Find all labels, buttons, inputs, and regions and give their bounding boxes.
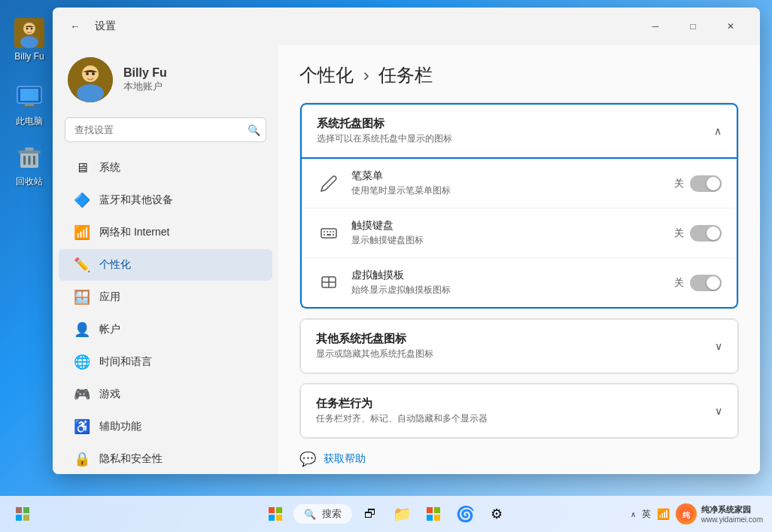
svg-rect-45 [434, 507, 440, 513]
sidebar-item-accounts[interactable]: 👤 帐户 [59, 314, 272, 345]
sidebar-item-system-label: 系统 [99, 161, 120, 175]
desktop-icon-recycle-bin[interactable]: 回收站 [11, 139, 47, 191]
network-icon: 📶 [74, 224, 90, 241]
user-profile[interactable]: Billy Fu 本地账户 [53, 45, 278, 117]
sidebar-nav: 🖥 系统 🔷 蓝牙和其他设备 📶 网络和 Internet ✏️ 个性化 🪟 [53, 151, 278, 474]
other-tray-subtitle: 显示或隐藏其他系统托盘图标 [316, 348, 433, 360]
sidebar-item-accessibility-label: 辅助功能 [99, 420, 141, 433]
svg-rect-43 [276, 515, 282, 521]
svg-point-2 [20, 36, 38, 48]
svg-point-18 [86, 72, 89, 75]
start-button[interactable] [9, 500, 36, 527]
svg-point-4 [26, 28, 29, 30]
sidebar-item-time-language[interactable]: 🌐 时间和语言 [59, 346, 272, 378]
gaming-icon: 🎮 [74, 386, 90, 403]
svg-rect-8 [25, 103, 34, 106]
touch-keyboard-label: 触摸键盘 [351, 219, 664, 233]
sidebar-item-accessibility[interactable]: ♿ 辅助功能 [59, 411, 272, 442]
svg-text:纯: 纯 [682, 511, 691, 519]
page-title: 个性化 › 任务栏 [299, 63, 739, 87]
sidebar-item-network[interactable]: 📶 网络和 Internet [59, 217, 272, 248]
sidebar-item-apps[interactable]: 🪟 应用 [59, 281, 272, 313]
pen-menu-toggle-thumb [707, 177, 720, 190]
svg-rect-39 [23, 515, 29, 521]
get-help-icon: 💬 [299, 451, 316, 467]
svg-rect-37 [23, 507, 29, 513]
desktop-icon-billy-fu[interactable]: Billy Fu [11, 15, 47, 65]
svg-rect-41 [276, 507, 282, 513]
svg-rect-11 [23, 156, 26, 165]
virtual-touchpad-icon [317, 271, 341, 295]
task-view-button[interactable]: 🗗 [357, 500, 384, 527]
virtual-touchpad-label: 虚拟触摸板 [351, 269, 664, 282]
maximize-button[interactable]: □ [676, 15, 710, 38]
other-tray-title: 其他系统托盘图标 [316, 332, 433, 346]
svg-point-19 [92, 72, 95, 75]
taskbar-behaviors-card-header[interactable]: 任务栏行为 任务栏对齐、标记、自动隐藏和多个显示器 ∨ [300, 384, 738, 438]
settings-window: ← 设置 ─ □ ✕ [53, 8, 760, 474]
sidebar-item-gaming-label: 游戏 [99, 388, 120, 401]
svg-rect-7 [20, 89, 38, 101]
desktop-icon-this-pc[interactable]: 此电脑 [11, 79, 47, 131]
store-button[interactable] [420, 500, 447, 527]
virtual-touchpad-desc: 始终显示虚拟触摸板图标 [351, 284, 664, 296]
sidebar-item-bluetooth[interactable]: 🔷 蓝牙和其他设备 [59, 184, 272, 216]
close-button[interactable]: ✕ [713, 15, 748, 38]
search-icon-button[interactable]: 🔍 [248, 124, 260, 136]
sys-tray-arrow-icon[interactable]: ∧ [631, 510, 636, 518]
search-input[interactable] [65, 117, 266, 142]
system-tray-card-body: 笔菜单 使用笔时显示笔菜单图标 关 [300, 159, 738, 309]
sidebar-item-system[interactable]: 🖥 系统 [59, 152, 272, 184]
taskbar-search-label: 搜索 [322, 507, 342, 521]
page-title-text: 任务栏 [378, 65, 433, 85]
svg-point-20 [77, 84, 104, 102]
get-help-link[interactable]: 💬 获取帮助 [299, 451, 739, 467]
feedback-icon: 🗨 [299, 473, 313, 474]
sidebar: Billy Fu 本地账户 🔍 🖥 系统 🔷 蓝牙和其他设备 📶 [53, 45, 278, 474]
taskbar-behaviors-title: 任务栏行为 [316, 397, 488, 411]
sidebar-item-gaming[interactable]: 🎮 游戏 [59, 378, 272, 410]
get-help-label: 获取帮助 [324, 452, 366, 466]
touch-keyboard-toggle-thumb [707, 226, 720, 240]
file-explorer-button[interactable]: 📁 [388, 500, 415, 527]
taskbar-behaviors-subtitle: 任务栏对齐、标记、自动隐藏和多个显示器 [316, 412, 488, 425]
lang-label: 英 [642, 508, 651, 521]
svg-rect-21 [321, 229, 336, 238]
system-icon: 🖥 [74, 160, 90, 176]
settings-taskbar-button[interactable]: ⚙ [483, 500, 510, 527]
other-tray-card-header[interactable]: 其他系统托盘图标 显示或隐藏其他系统托盘图标 ∨ [300, 319, 738, 373]
taskbar-search[interactable]: 🔍 搜索 [293, 504, 352, 524]
sidebar-item-personalization-label: 个性化 [99, 258, 131, 272]
touch-keyboard-icon [317, 221, 341, 245]
edge-button[interactable]: 🌀 [451, 500, 479, 527]
network-tray-icon: 📶 [657, 508, 670, 520]
window-body: Billy Fu 本地账户 🔍 🖥 系统 🔷 蓝牙和其他设备 📶 [53, 45, 760, 474]
breadcrumb-arrow: › [363, 65, 369, 85]
system-tray-card-header[interactable]: 系统托盘图标 选择可以在系统托盘中显示的图标 ∧ [300, 103, 738, 159]
sidebar-item-privacy-label: 隐私和安全性 [99, 452, 163, 466]
minimize-button[interactable]: ─ [638, 15, 673, 38]
start-center-button[interactable] [262, 500, 289, 527]
touch-keyboard-toggle[interactable] [690, 225, 722, 242]
sidebar-item-accounts-label: 帐户 [99, 323, 120, 336]
sidebar-item-bluetooth-label: 蓝牙和其他设备 [99, 193, 173, 207]
taskbar-behaviors-card: 任务栏行为 任务栏对齐、标记、自动隐藏和多个显示器 ∨ [299, 383, 739, 439]
pen-menu-row: 笔菜单 使用笔时显示笔菜单图标 关 [302, 159, 737, 208]
personalization-icon: ✏️ [74, 257, 90, 273]
sidebar-item-privacy[interactable]: 🔒 隐私和安全性 [59, 443, 272, 474]
sidebar-item-network-label: 网络和 Internet [99, 226, 169, 239]
system-tray-chevron-up-icon: ∧ [714, 125, 722, 137]
system-tray-card: 系统托盘图标 选择可以在系统托盘中显示的图标 ∧ 笔菜 [299, 102, 739, 309]
sidebar-item-personalization[interactable]: ✏️ 个性化 [59, 249, 272, 281]
virtual-touchpad-toggle[interactable] [690, 275, 722, 291]
pen-menu-desc: 使用笔时显示笔菜单图标 [351, 184, 664, 197]
svg-rect-46 [427, 515, 433, 521]
svg-rect-47 [434, 515, 440, 521]
breadcrumb: 个性化 [299, 65, 354, 85]
svg-rect-9 [22, 106, 37, 108]
pen-menu-toggle[interactable] [690, 175, 722, 192]
pen-menu-toggle-label: 关 [674, 177, 684, 190]
back-button[interactable]: ← [65, 16, 86, 37]
system-tray-title: 系统托盘图标 [317, 117, 452, 131]
feedback-link[interactable]: 🗨 提供反馈 [299, 473, 739, 474]
